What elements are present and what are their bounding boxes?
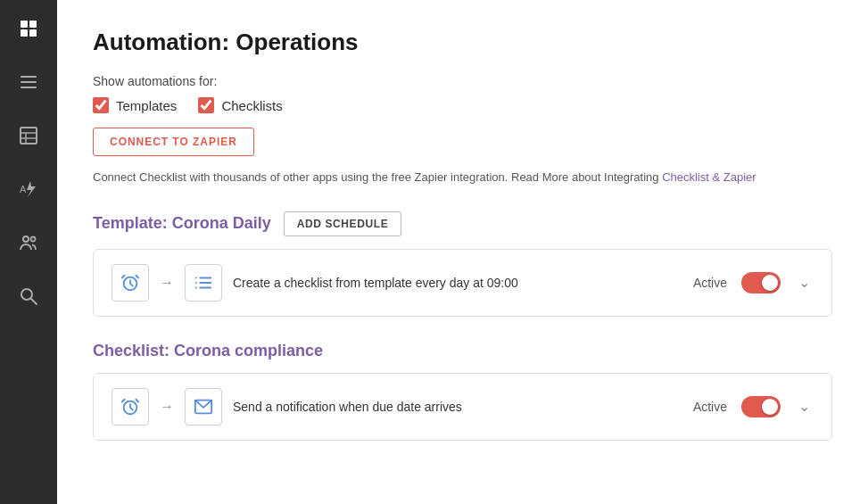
envelope-icon [185, 388, 222, 426]
template-expand-button[interactable]: ⌄ [795, 270, 814, 294]
svg-rect-2 [21, 29, 28, 37]
checklist-active-label: Active [693, 400, 727, 414]
checklist-automation-card: → Send a notification when due date arri… [93, 373, 832, 441]
checklist-automation-desc: Send a notification when due date arrive… [233, 400, 682, 414]
checklist-expand-button[interactable]: ⌄ [795, 394, 814, 418]
svg-rect-5 [21, 81, 37, 83]
templates-checkbox-label[interactable]: Templates [93, 97, 177, 113]
checklists-label: Checklists [221, 98, 282, 113]
checklist-title: Checklist: Corona compliance [93, 342, 323, 360]
template-automation-desc: Create a checklist from template every d… [233, 276, 682, 290]
svg-point-13 [23, 236, 29, 242]
add-schedule-button[interactable]: ADD SCHEDULE [284, 211, 402, 236]
grid-icon[interactable] [14, 14, 43, 43]
checklist-section-header: Checklist: Corona compliance [93, 342, 832, 360]
template-name[interactable]: Corona Daily [172, 214, 271, 232]
template-active-label: Active [693, 276, 727, 290]
checklists-checkbox-label[interactable]: Checklists [198, 97, 282, 113]
connect-zapier-button[interactable]: CONNECT TO ZAPIER [93, 128, 254, 156]
templates-label: Templates [116, 98, 177, 113]
checklist-toggle-group: Active [693, 396, 781, 417]
alarm-clock-2-icon [112, 388, 149, 426]
svg-line-16 [31, 299, 37, 304]
template-toggle-group: Active [693, 272, 781, 293]
page-title: Automation: Operations [93, 29, 832, 56]
sidebar: A [0, 0, 57, 504]
svg-rect-1 [29, 21, 37, 28]
svg-rect-0 [21, 21, 28, 28]
checklist-name[interactable]: Corona compliance [174, 342, 323, 359]
zapier-info-text: Connect Checklist with thousands of othe… [93, 169, 832, 186]
show-automations-label: Show automations for: [93, 74, 832, 88]
template-toggle[interactable] [741, 272, 781, 293]
arrow-icon: → [160, 275, 174, 291]
arrow-2-icon: → [160, 399, 174, 415]
search-icon[interactable] [14, 282, 43, 310]
svg-marker-12 [27, 181, 36, 197]
checklist-toggle[interactable] [741, 396, 781, 417]
svg-rect-3 [29, 29, 37, 37]
template-automation-card: → Create a checklist from template every… [93, 249, 832, 317]
flash-text-icon[interactable]: A [14, 175, 43, 203]
svg-text:A: A [20, 184, 27, 194]
template-title: Template: Corona Daily [93, 214, 271, 233]
svg-rect-4 [21, 76, 37, 78]
svg-point-14 [31, 237, 36, 242]
svg-rect-7 [21, 128, 37, 144]
main-content: Automation: Operations Show automations … [57, 0, 868, 504]
checklists-checkbox[interactable] [198, 97, 214, 113]
templates-checkbox[interactable] [93, 97, 109, 113]
automations-filter: Templates Checklists [93, 97, 832, 113]
users-icon[interactable] [14, 228, 43, 257]
svg-rect-6 [21, 87, 37, 88]
alarm-clock-icon [112, 264, 149, 302]
svg-point-15 [21, 289, 32, 300]
list-icon[interactable] [14, 68, 43, 96]
checklist-zapier-link[interactable]: Checklist & Zapier [662, 170, 756, 184]
table-icon[interactable] [14, 121, 43, 150]
template-section-header: Template: Corona Daily ADD SCHEDULE [93, 211, 832, 236]
list-task-icon [185, 264, 222, 302]
